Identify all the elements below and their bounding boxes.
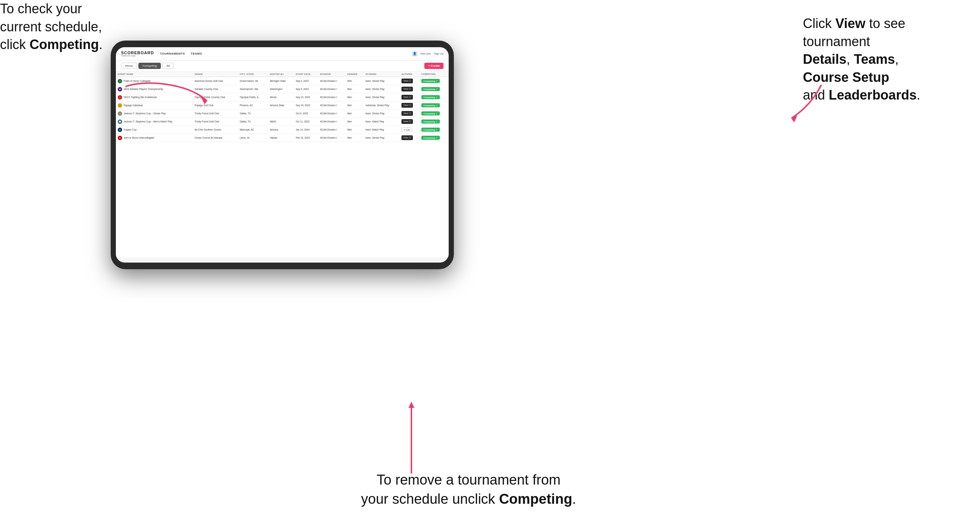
cell-gender: Men: [345, 134, 363, 142]
header-right: 👤 Test User Sign out: [412, 51, 444, 56]
signout-link[interactable]: Sign out: [434, 52, 444, 55]
cell-hosted_by: Illinois: [268, 93, 294, 102]
cell-gender: Men: [345, 102, 363, 110]
cell-competing: Competing ✓: [420, 93, 449, 102]
cell-city_state: Dallas, TX: [238, 117, 268, 126]
svg-marker-3: [409, 402, 414, 408]
competing-badge[interactable]: Competing ✓: [422, 128, 440, 132]
nav-teams[interactable]: TEAMS: [191, 52, 202, 55]
user-text: Test User: [420, 52, 431, 55]
arrow-bottom: [404, 400, 419, 477]
tab-all[interactable]: All: [162, 63, 174, 69]
cell-gender: Men: [345, 110, 363, 117]
competing-badge[interactable]: Competing ✓: [422, 79, 440, 83]
cell-start_date: Feb 15, 2024: [294, 134, 318, 142]
cell-gender: Men: [345, 93, 363, 102]
annotation-bottom: To remove a tournament from your schedul…: [302, 471, 635, 509]
competing-badge[interactable]: Competing ✓: [422, 87, 440, 91]
event-name-cell: H John A. Burns Intercollegiate: [116, 134, 192, 142]
cell-hosted_by: Washington: [268, 85, 294, 93]
cell-hosted_by: Michigan State: [268, 77, 294, 85]
cell-scoring: team, Stroke Play: [364, 77, 400, 85]
cell-scoring: team, Match Play: [364, 117, 400, 126]
annotation-tl-line1: To check yourcurrent schedule,click Comp…: [0, 1, 103, 52]
col-gender: GENDER: [345, 71, 363, 77]
col-hosted-by: HOSTED BY: [268, 71, 294, 77]
col-actions: ACTIONS: [399, 71, 420, 77]
cell-competing: Competing ✓: [420, 77, 449, 85]
view-button[interactable]: View ⓘ: [401, 95, 413, 100]
cell-competing: Competing ✓: [420, 85, 449, 93]
table-row: 🏔 Jackson T. Stephens Cup – Men's Match …: [116, 117, 449, 126]
cell-actions: View ⓘ: [399, 110, 420, 117]
cell-venue: Ak-Chin Southern Dunes: [192, 126, 238, 134]
cell-division: NCAA Division I: [318, 117, 346, 126]
cell-start_date: Oct 11, 2023: [294, 117, 318, 126]
event-name-cell: 🏔 Jackson T. Stephens Cup – Men's Match …: [116, 117, 192, 126]
cell-hosted_by: Arizona: [268, 126, 294, 134]
col-city-state: CITY, STATE: [238, 71, 268, 77]
user-icon: 👤: [412, 51, 417, 56]
filter-bar: Home Competing All + Create: [116, 60, 449, 71]
app-header: SCOREBOARD Powered by clippi TOURNAMENTS…: [116, 47, 449, 60]
table-row: H John A. Burns Intercollegiate Ocean Co…: [116, 134, 449, 142]
competing-badge[interactable]: Competing ✓: [422, 119, 440, 124]
competing-badge[interactable]: Competing ✓: [422, 103, 440, 107]
cell-scoring: team, Stroke Play: [364, 110, 400, 117]
competing-badge[interactable]: Competing ✓: [422, 136, 440, 140]
arrow-to-competing: [122, 76, 218, 116]
competing-badge[interactable]: Competing ✓: [422, 111, 440, 116]
view-button[interactable]: View ⓘ: [401, 87, 413, 92]
view-button[interactable]: View ⓘ: [401, 119, 413, 124]
cell-actions: View ⓘ: [399, 93, 420, 102]
cell-city_state: Lihue, HI: [238, 134, 268, 142]
cell-city_state: Phoenix, AZ: [238, 102, 268, 110]
cell-scoring: individual, Stroke Play: [364, 102, 400, 110]
cell-start_date: Sep 4, 2023: [294, 77, 318, 85]
tab-home[interactable]: Home: [121, 63, 137, 69]
cell-actions: View ⓘ: [399, 85, 420, 93]
cell-gender: Men: [345, 85, 363, 93]
view-button[interactable]: View ⓘ: [401, 103, 413, 108]
cell-competing: Competing ✓: [420, 126, 449, 134]
edit-button[interactable]: ✏ Edit: [401, 127, 412, 132]
cell-competing: Competing ✓: [420, 102, 449, 110]
cell-scoring: team, Stroke Play: [364, 85, 400, 93]
tablet-frame: SCOREBOARD Powered by clippi TOURNAMENTS…: [111, 41, 454, 269]
cell-competing: Competing ✓: [420, 117, 449, 126]
cell-scoring: team, Stroke Play: [364, 134, 400, 142]
cell-gender: Men: [345, 77, 363, 85]
col-competing: COMPETING: [420, 71, 449, 77]
cell-city_state: Sammamish, WA: [238, 85, 268, 93]
cell-start_date: Oct 9, 2023: [294, 110, 318, 117]
annotation-top-right: Click View to see tournament Details, Te…: [803, 15, 973, 104]
arrow-to-view: [777, 81, 825, 129]
cell-division: NCAA Division I: [318, 126, 346, 134]
cell-division: NCAA Division I: [318, 77, 346, 85]
annotation-top-left: To check yourcurrent schedule,click Comp…: [0, 0, 140, 54]
cell-division: NCAA Division I: [318, 134, 346, 142]
cell-hosted_by: ABAC: [268, 117, 294, 126]
view-button[interactable]: View ⓘ: [401, 111, 413, 116]
nav-tournaments[interactable]: TOURNAMENTS: [160, 52, 185, 55]
col-start-date: START DATE: [294, 71, 318, 77]
create-button[interactable]: + Create: [424, 63, 444, 69]
tab-competing[interactable]: Competing: [138, 63, 161, 69]
cell-division: NCAA Division I: [318, 93, 346, 102]
svg-marker-1: [792, 116, 796, 121]
cell-city_state: Maricopa, AZ: [238, 126, 268, 134]
cell-city_state: Grand Haven, MI: [238, 77, 268, 85]
col-scoring: SCORING: [364, 71, 400, 77]
cell-gender: Men: [345, 117, 363, 126]
cell-start_date: Sep 18, 2023: [294, 102, 318, 110]
cell-competing: Competing ✓: [420, 134, 449, 142]
logo-sub: Powered by clippi: [121, 55, 154, 57]
cell-division: NCAA Division I: [318, 110, 346, 117]
cell-hosted_by: Arizona State: [268, 102, 294, 110]
view-button[interactable]: View ⓘ: [401, 79, 413, 83]
cell-city_state: Dallas, TX: [238, 110, 268, 117]
cell-division: NCAA Division I: [318, 85, 346, 93]
competing-badge[interactable]: Competing ✓: [422, 95, 440, 99]
view-button[interactable]: View ⓘ: [401, 135, 413, 140]
cell-actions: View ⓘ: [399, 77, 420, 85]
